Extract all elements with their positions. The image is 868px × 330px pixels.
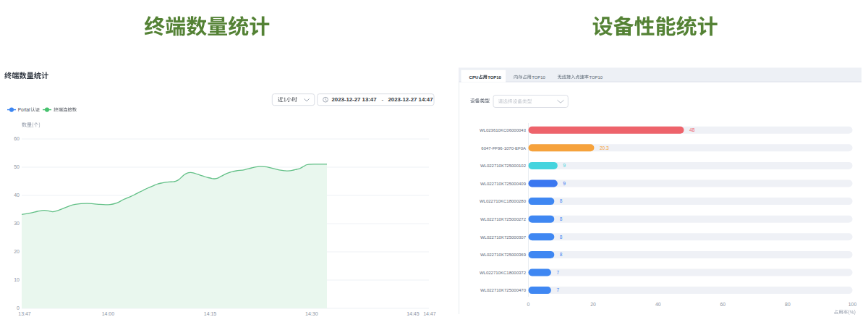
svg-text:20: 20 <box>14 249 20 254</box>
svg-text:14:30: 14:30 <box>305 311 318 316</box>
svg-text:WL022710K725000369: WL022710K725000369 <box>480 253 527 257</box>
svg-text:8: 8 <box>560 198 563 203</box>
svg-text:-: - <box>382 96 384 103</box>
svg-text:14:47: 14:47 <box>423 311 436 316</box>
svg-text:60: 60 <box>720 302 726 307</box>
svg-text:0: 0 <box>17 305 20 310</box>
svg-text:2023-12-27 14:47: 2023-12-27 14:47 <box>388 96 433 103</box>
svg-text:48: 48 <box>689 127 695 132</box>
svg-text:WL022710K725000470: WL022710K725000470 <box>480 288 527 292</box>
svg-text:0: 0 <box>527 302 530 307</box>
svg-text:WL022710K725000307: WL022710K725000307 <box>480 235 527 240</box>
svg-text:WL023610KC06000043: WL023610KC06000043 <box>480 128 527 132</box>
svg-text:30: 30 <box>14 221 20 226</box>
svg-text:13:47: 13:47 <box>18 311 31 316</box>
svg-text:100: 100 <box>848 302 857 307</box>
svg-text:8: 8 <box>560 234 563 240</box>
svg-text:50: 50 <box>14 164 20 169</box>
svg-text:40: 40 <box>655 302 661 307</box>
svg-text:Portal: Portal <box>18 107 30 112</box>
svg-text:WL022710K725000102: WL022710K725000102 <box>480 164 527 168</box>
svg-text:14:45: 14:45 <box>407 311 420 316</box>
svg-text:9: 9 <box>563 163 566 168</box>
svg-text:14:15: 14:15 <box>204 311 217 316</box>
svg-text:6047-FF96-1070-EF0A: 6047-FF96-1070-EF0A <box>481 146 526 151</box>
svg-text:7: 7 <box>556 287 559 292</box>
svg-text:WL022710K725000409: WL022710K725000409 <box>480 182 527 186</box>
svg-text:10: 10 <box>14 277 20 282</box>
svg-text:2023-12-27 13:47: 2023-12-27 13:47 <box>332 96 377 103</box>
svg-text:40: 40 <box>14 192 20 198</box>
svg-text:TOP10: TOP10 <box>488 75 501 80</box>
svg-text:CPU: CPU <box>469 75 479 80</box>
svg-text:80: 80 <box>785 302 791 307</box>
svg-text:7: 7 <box>556 270 559 275</box>
svg-text:WL022710KC18000280: WL022710KC18000280 <box>480 199 527 203</box>
svg-text:20.3: 20.3 <box>600 145 609 151</box>
svg-text:9: 9 <box>563 181 566 186</box>
svg-text:WL022710K725000272: WL022710K725000272 <box>480 217 527 221</box>
svg-text:8: 8 <box>560 216 563 221</box>
svg-text:TOP10: TOP10 <box>532 75 545 80</box>
svg-text:WL022710KC18000372: WL022710KC18000372 <box>480 271 527 275</box>
svg-text:TOP10: TOP10 <box>589 75 603 80</box>
svg-text:60: 60 <box>14 136 20 141</box>
svg-text:20: 20 <box>590 302 596 307</box>
svg-text:8: 8 <box>560 252 563 257</box>
svg-text:14:00: 14:00 <box>102 311 115 316</box>
